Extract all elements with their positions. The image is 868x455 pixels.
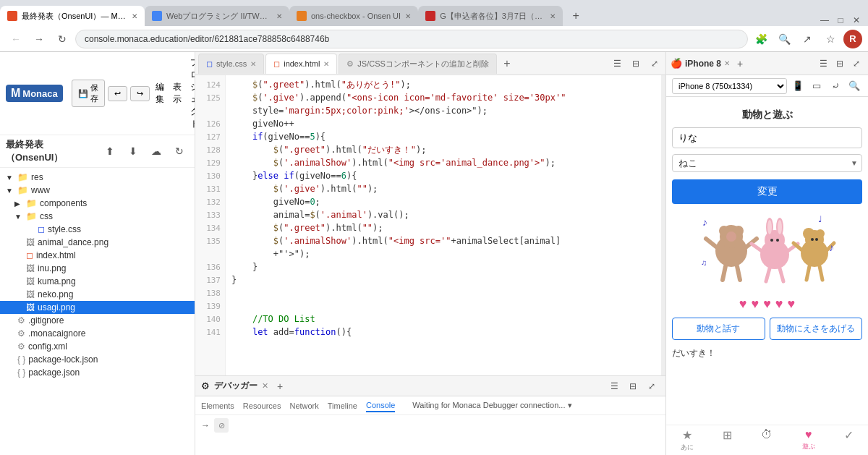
debugger-tab-resources[interactable]: Resources: [243, 400, 281, 412]
bookmark-button[interactable]: ☆: [820, 29, 841, 49]
tree-item-www[interactable]: ▼ 📁 www: [0, 184, 195, 197]
app-animal-select[interactable]: ねこ: [672, 154, 862, 172]
monaca-logo[interactable]: M Monaca: [6, 85, 63, 102]
editor-tab-indexhtml[interactable]: ◻ index.html ✕: [265, 54, 337, 74]
device-phone-icon[interactable]: 📱: [790, 78, 806, 94]
upload-icon[interactable]: ⬆: [101, 142, 119, 161]
zoom-button[interactable]: 🔍: [774, 29, 794, 49]
editor-tab-add-button[interactable]: +: [498, 55, 516, 72]
debugger-tab-elements[interactable]: Elements: [201, 400, 234, 412]
maximize-button[interactable]: □: [835, 14, 846, 26]
tree-item-packagelock[interactable]: { } package-lock.json: [0, 353, 195, 366]
editor-list-view-icon[interactable]: ☰: [609, 56, 625, 72]
tree-item-indexhtml[interactable]: ◻ index.html: [0, 249, 195, 262]
app-give-button[interactable]: 動物にえさをあげる: [770, 318, 863, 340]
new-tab-button[interactable]: +: [566, 6, 586, 26]
tree-item-packagejson[interactable]: { } package.json: [0, 366, 195, 379]
bottom-bar-timer[interactable]: ⏱: [761, 428, 773, 452]
refresh-icon[interactable]: ↻: [170, 142, 189, 161]
bottom-bar-grid[interactable]: ⊞: [723, 428, 732, 452]
device-rotate-icon[interactable]: ⤾: [827, 78, 843, 94]
tree-item-kumapng[interactable]: 🖼 kuma.png: [0, 275, 195, 288]
save-button[interactable]: 💾 保存: [72, 80, 105, 107]
redo-button[interactable]: ↪: [130, 86, 150, 101]
tab-close-1[interactable]: ✕: [132, 12, 137, 20]
preview-add-button[interactable]: +: [733, 56, 747, 71]
tree-item-inupng[interactable]: 🖼 inu.png: [0, 262, 195, 275]
app-change-button[interactable]: 変更: [672, 179, 862, 204]
download-icon[interactable]: ⬇: [124, 142, 142, 161]
editor-fullscreen-icon[interactable]: ⤢: [647, 56, 663, 72]
forward-button[interactable]: →: [29, 29, 49, 49]
tab-close-2[interactable]: ✕: [276, 12, 282, 20]
tree-item-usagipng[interactable]: 🖼 usagi.png: [0, 301, 195, 314]
cloud-icon[interactable]: ☁: [147, 142, 166, 161]
preview-split-icon[interactable]: ⊟: [833, 56, 847, 71]
tree-item-animaldance[interactable]: 🖼 animal_dance.png: [0, 236, 195, 249]
preview-close-button[interactable]: ✕: [724, 59, 730, 67]
tree-label-nekopng: neko.png: [38, 289, 73, 299]
debugger-close-button[interactable]: ✕: [262, 381, 268, 391]
tree-label-css: css: [40, 211, 53, 221]
app-name-input[interactable]: [672, 127, 862, 148]
debugger-tab-console[interactable]: Console: [366, 399, 395, 412]
browser-tab-4[interactable]: G【申込者各位】3月7日（月）開催... ✕: [418, 6, 563, 26]
debugger-list-icon[interactable]: ☰: [606, 378, 622, 394]
debugger-split-icon[interactable]: ⊟: [625, 378, 641, 394]
tree-item-components[interactable]: ▶ 📁 components: [0, 197, 195, 210]
share-button[interactable]: ↗: [797, 29, 817, 49]
back-button[interactable]: ←: [6, 29, 26, 49]
user-avatar[interactable]: R: [843, 30, 862, 48]
minimize-button[interactable]: —: [819, 14, 830, 26]
bottom-bar-check[interactable]: ✓: [844, 428, 854, 452]
app-talk-button[interactable]: 動物と話す: [672, 318, 765, 340]
device-tablet-icon[interactable]: ▭: [809, 78, 825, 94]
debugger-add-button[interactable]: +: [273, 379, 287, 394]
editor-tab-stylecss[interactable]: ◻ style.css ✕: [198, 54, 264, 74]
browser-tab-3[interactable]: ons-checkbox - Onsen UI ✕: [289, 6, 418, 26]
device-inspect-icon[interactable]: 🔍: [846, 78, 862, 94]
code-content[interactable]: $(".greet").html("ありがとう!"); $('.give').a…: [226, 75, 661, 375]
editor-tab-jscomponents[interactable]: ⚙ JS/CSSコンポーネントの追加と削除: [339, 54, 497, 74]
tab-close-3[interactable]: ✕: [405, 12, 411, 20]
tree-item-gitignore[interactable]: ⚙ .gitignore: [0, 314, 195, 327]
preview-fullscreen-icon[interactable]: ⤢: [849, 56, 864, 71]
code-line-125a: $('.give').append("<ons-icon icon='md-fa…: [231, 91, 655, 104]
nav-right: 🧩 🔍 ↗ ☆ R: [751, 29, 862, 49]
close-button[interactable]: ✕: [851, 14, 862, 26]
debugger-block-button[interactable]: ⊘: [214, 418, 229, 433]
browser-tab-2[interactable]: Webプログラミング II/TWCU2021 後... ✕: [145, 6, 289, 26]
menu-edit[interactable]: 編集: [153, 81, 167, 106]
device-select[interactable]: iPhone 8 (750x1334): [672, 78, 787, 94]
extensions-button[interactable]: 🧩: [751, 29, 771, 49]
tree-item-monacaignore[interactable]: ⚙ .monacaignore: [0, 327, 195, 340]
tree-item-stylecss[interactable]: ▶ ◻ style.css: [0, 223, 195, 236]
menu-view[interactable]: 表示: [170, 81, 184, 106]
debugger-dropdown-arrow[interactable]: ▾: [568, 401, 572, 409]
bottom-bar-home[interactable]: ★ あに: [681, 428, 694, 452]
tab-favicon-4: [425, 11, 435, 21]
preview-header: 🍎 iPhone 8 ✕ + ☰ ⊟ ⤢: [666, 52, 868, 75]
browser-tab-1[interactable]: 最終発表（OnsenUI）— Mona... ✕: [0, 6, 145, 26]
preview-list-icon[interactable]: ☰: [816, 56, 830, 71]
tree-item-nekopng[interactable]: 🖼 neko.png: [0, 288, 195, 301]
editor-split-view-icon[interactable]: ⊟: [628, 56, 644, 72]
reload-button[interactable]: ↻: [52, 29, 72, 49]
debugger-fullscreen-icon[interactable]: ⤢: [644, 378, 660, 394]
line-num-128: 128: [195, 143, 225, 156]
tree-item-res[interactable]: ▼ 📁 res: [0, 171, 195, 184]
editor-tab-close-indexhtml[interactable]: ✕: [323, 60, 329, 68]
tree-item-configxml[interactable]: ⚙ config.xml: [0, 340, 195, 353]
debugger-tab-timeline[interactable]: Timeline: [328, 400, 357, 412]
tree-item-css[interactable]: ▼ 📁 css: [0, 210, 195, 223]
tab-close-4[interactable]: ✕: [550, 12, 556, 20]
code-line-128: $(".greet").html("だいすき！");: [231, 143, 655, 156]
bottom-bar-play[interactable]: ♥ 遊ぶ: [802, 428, 815, 452]
undo-button[interactable]: ↩: [108, 86, 127, 101]
editor-tab-close-stylecss[interactable]: ✕: [250, 60, 256, 68]
debugger-tab-network[interactable]: Network: [289, 400, 318, 412]
tab-controls: — □ ✕: [819, 14, 868, 26]
menu-project[interactable]: プロジェクト: [187, 56, 195, 130]
tab-label-4: G【申込者各位】3月7日（月）開催...: [440, 11, 545, 22]
address-bar[interactable]: console.monaca.education/editor/621881ac…: [75, 30, 748, 48]
